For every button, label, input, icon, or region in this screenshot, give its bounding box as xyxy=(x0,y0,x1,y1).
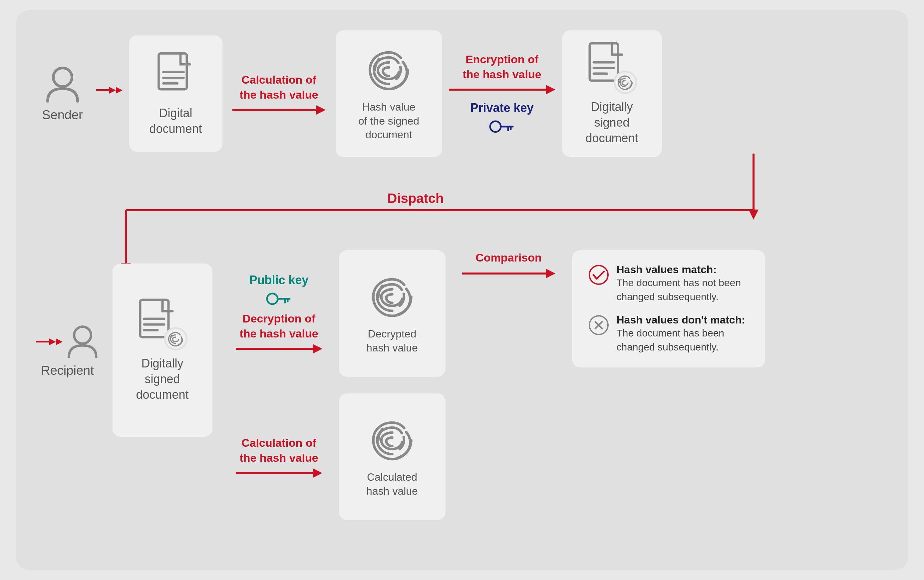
hash-value-box: Hash value of the signed document xyxy=(335,30,442,157)
decryption-arrow-block: Public key Decryption of the hash value xyxy=(229,273,329,353)
signed-doc-box: Digitally signed document xyxy=(562,30,662,157)
match-result: Hash values match: The document has not … xyxy=(589,264,748,304)
calculation-arrow-block: Calculation of the hash value xyxy=(229,435,329,478)
calc-hash-label: Calculation of the hash value xyxy=(239,72,318,102)
calc-hash-arrow-block: Calculation of the hash value xyxy=(232,72,326,114)
digital-doc-box: Digital document xyxy=(129,35,222,152)
match-title: Hash values match: xyxy=(617,264,741,276)
sender-label: Sender xyxy=(42,108,83,122)
private-key-label: Private key xyxy=(470,101,533,115)
bottom-signed-doc-label: Digitally signed document xyxy=(136,356,189,402)
main-diagram: Sender Digital document Calculation of t… xyxy=(16,10,908,570)
hash-value-signed-label: Hash value of the signed document xyxy=(358,100,419,142)
encryption-arrow-block: Encryption of the hash value Private key xyxy=(449,52,556,135)
decrypted-hash-box: Decrypted hash value xyxy=(339,250,446,377)
calculated-hash-label: Calculated hash value xyxy=(366,470,418,498)
recipient-arrow xyxy=(36,338,62,345)
match-icon xyxy=(589,265,609,286)
result-box: Hash values match: The document has not … xyxy=(572,250,765,367)
sender-to-doc-arrow xyxy=(96,87,123,94)
calculation-row: Calculation of the hash value xyxy=(229,394,446,520)
comparison-label: Comparison xyxy=(475,250,541,265)
signed-doc-top-label: Digitally signed document xyxy=(585,99,638,146)
decrypted-hash-fp-icon xyxy=(367,272,417,322)
no-match-result: Hash values don't match: The document ha… xyxy=(589,314,748,354)
digital-doc-label: Digital document xyxy=(149,105,202,137)
calculation-label: Calculation of the hash value xyxy=(239,435,318,465)
svg-marker-18 xyxy=(748,209,758,219)
top-row: Sender Digital document Calculation of t… xyxy=(36,30,888,157)
sender-block: Sender xyxy=(36,64,89,122)
public-key-label: Public key xyxy=(249,273,308,287)
svg-text:Dispatch: Dispatch xyxy=(387,191,444,206)
recipient-icon xyxy=(66,323,99,360)
bottom-middle-section: Public key Decryption of the hash value xyxy=(229,250,446,520)
private-key-icon xyxy=(489,118,515,135)
hash-fingerprint-icon xyxy=(364,45,414,95)
digital-doc-icon xyxy=(154,50,197,100)
public-key-icon xyxy=(266,290,293,307)
no-match-title: Hash values don't match: xyxy=(617,314,745,326)
no-match-icon xyxy=(589,315,609,336)
match-text: The document has not been changed subseq… xyxy=(617,276,741,304)
svg-point-28 xyxy=(589,265,608,284)
sender-icon xyxy=(44,64,81,105)
recipient-label: Recipient xyxy=(41,363,94,378)
encryption-label: Encryption of the hash value xyxy=(462,52,541,81)
bottom-row: Recipient xyxy=(36,250,888,520)
svg-point-19 xyxy=(74,326,91,343)
bottom-signed-doc-fp-icon xyxy=(166,330,185,348)
svg-point-24 xyxy=(267,293,278,304)
decryption-label: Decryption of the hash value xyxy=(239,311,318,341)
calculated-hash-fp-icon xyxy=(367,415,417,465)
comparison-arrow-block: Comparison xyxy=(462,250,556,278)
calculated-hash-box: Calculated hash value xyxy=(339,394,446,520)
decryption-row: Public key Decryption of the hash value xyxy=(229,250,446,377)
signed-doc-fingerprint-icon xyxy=(616,73,634,92)
bottom-signed-doc-box: Digitally signed document xyxy=(113,264,212,437)
svg-point-0 xyxy=(53,68,72,87)
svg-point-5 xyxy=(490,121,501,132)
no-match-text: The document has been changed subsequent… xyxy=(617,326,745,354)
decrypted-hash-label: Decrypted hash value xyxy=(366,327,418,355)
recipient-block: Recipient xyxy=(36,323,99,378)
